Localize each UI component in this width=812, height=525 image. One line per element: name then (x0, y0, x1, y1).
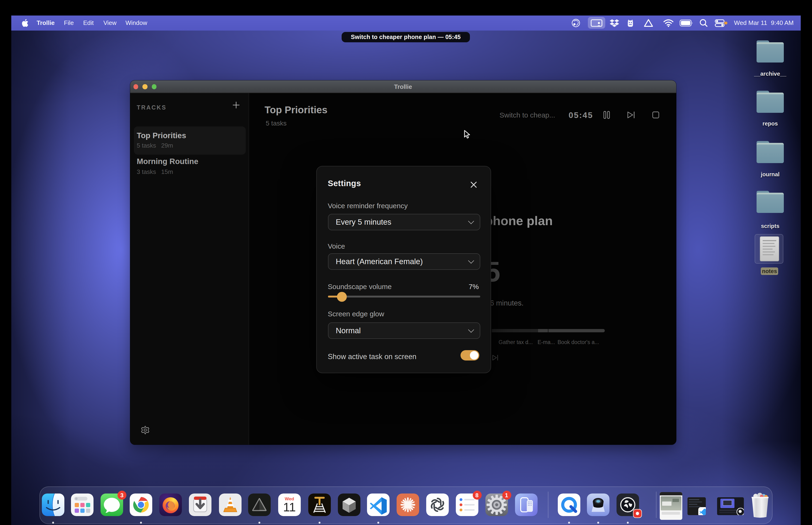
svg-text:11: 11 (283, 500, 296, 514)
